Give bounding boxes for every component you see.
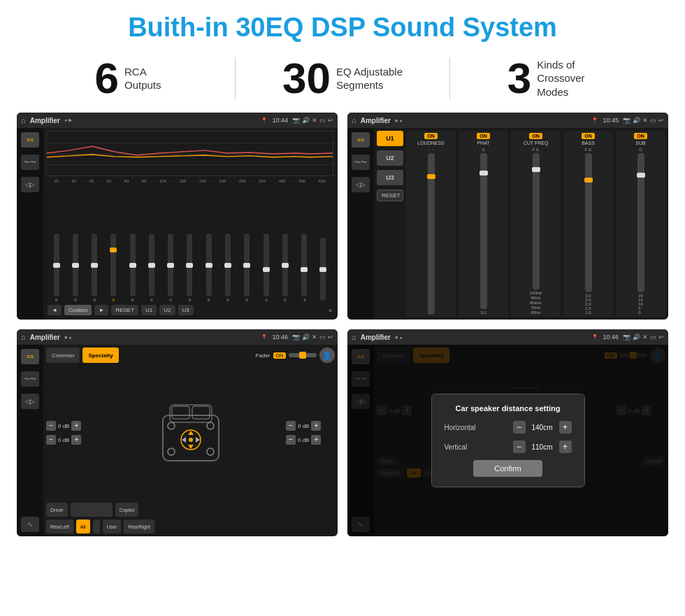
- eq-sidebar: ≡≡ 〜〜 ◁▷: [17, 128, 43, 320]
- svg-rect-3: [192, 406, 210, 419]
- eq-play-btn[interactable]: ►: [94, 305, 108, 315]
- vertical-row: Vertical − 110cm +: [445, 440, 572, 453]
- eq-u1-btn[interactable]: U1: [141, 305, 157, 315]
- eq-slider-3[interactable]: 5: [105, 234, 122, 302]
- speaker-sidebar-eq-icon[interactable]: ≡≡: [21, 349, 39, 364]
- right-vol-col: − 0 dB + − 0 dB +: [286, 421, 335, 445]
- ctrl-bass: ON BASS F G 3.02.52.01.51.0: [563, 131, 613, 317]
- u2-band-btn[interactable]: U2: [377, 150, 403, 166]
- eq-slider-13[interactable]: -1: [295, 234, 312, 302]
- eq-slider-10[interactable]: 0: [238, 234, 256, 302]
- vertical-input-group: − 110cm +: [513, 440, 572, 453]
- common-tab[interactable]: Common: [46, 348, 80, 363]
- rearleft-btn[interactable]: RearLeft: [46, 520, 73, 533]
- eq-custom-btn[interactable]: Custom: [64, 305, 92, 315]
- horizontal-plus-btn[interactable]: +: [559, 421, 572, 434]
- vol-minus-rr[interactable]: −: [286, 435, 296, 445]
- loudness-slider[interactable]: [428, 153, 435, 315]
- home-icon[interactable]: ⌂: [21, 116, 26, 124]
- rearright-btn[interactable]: RearRight: [124, 520, 154, 533]
- svg-point-6: [168, 422, 175, 429]
- eq-slider-0[interactable]: 0: [48, 234, 65, 302]
- speaker-dot-icon: ■ ●: [64, 335, 71, 340]
- eq-slider-9[interactable]: 0: [219, 234, 236, 302]
- vertical-plus-btn[interactable]: +: [559, 440, 572, 453]
- eq-slider-6[interactable]: 0: [162, 234, 180, 302]
- crossover-reset-btn[interactable]: RESET: [377, 189, 403, 201]
- eq-slider-4[interactable]: 0: [124, 234, 141, 302]
- eq-slider-12[interactable]: 0: [276, 234, 294, 302]
- svg-point-8: [168, 448, 175, 455]
- eq-slider-11[interactable]: -1: [257, 234, 275, 302]
- u1-band-btn[interactable]: U1: [377, 131, 403, 146]
- phat-slider[interactable]: [480, 153, 487, 309]
- eq-slider-2[interactable]: 0: [86, 234, 103, 302]
- u3-band-btn[interactable]: U3: [377, 170, 403, 185]
- bass-slider[interactable]: [585, 153, 592, 292]
- svg-marker-11: [188, 445, 194, 449]
- vol-plus-fl[interactable]: +: [71, 421, 81, 431]
- eq-prev-btn[interactable]: ◄: [48, 305, 62, 315]
- speaker-time: 10:46: [272, 334, 288, 341]
- eq-reset-btn[interactable]: RESET: [111, 305, 138, 315]
- home-icon-4[interactable]: ⌂: [352, 333, 356, 341]
- eq-slider-5[interactable]: 0: [143, 234, 160, 302]
- copilot-btn[interactable]: Copilot: [115, 503, 139, 517]
- crossover-sidebar-vol-icon[interactable]: ◁▷: [352, 177, 370, 192]
- eq-slider-1[interactable]: 0: [66, 234, 84, 302]
- eq-slider-7[interactable]: 0: [181, 234, 199, 302]
- person-icon[interactable]: 👤: [319, 348, 335, 363]
- specialty-tab[interactable]: Specialty: [82, 348, 118, 363]
- crossover-sidebar-eq-icon[interactable]: ≡≡: [352, 132, 370, 148]
- spacer-btn: [71, 503, 113, 517]
- horizontal-minus-btn[interactable]: −: [513, 421, 526, 434]
- vertical-minus-btn[interactable]: −: [513, 440, 526, 453]
- speaker-sidebar-vol-icon[interactable]: ◁▷: [21, 394, 39, 409]
- speaker-sidebar-wave-icon[interactable]: 〜〜: [21, 371, 39, 387]
- home-icon-3[interactable]: ⌂: [21, 333, 26, 341]
- horizontal-input-group: − 140cm +: [513, 421, 572, 434]
- sub-slider[interactable]: [637, 153, 644, 292]
- vol-control-rl: − 0 dB +: [46, 435, 95, 445]
- sub-label: SUB: [635, 141, 645, 145]
- eq-bottom-controls: ◄ Custom ► RESET U1 U2 U3 »: [46, 302, 333, 317]
- driver-btn[interactable]: Driver: [46, 503, 68, 517]
- eq-sidebar-eq-icon[interactable]: ≡≡: [21, 132, 39, 148]
- speaker-main: Common Specialty Fader ON 👤: [43, 345, 338, 536]
- vol-plus-rr[interactable]: +: [311, 435, 321, 445]
- left-vol-col: − 0 dB + − 0 dB +: [46, 421, 95, 445]
- vol-minus-fl[interactable]: −: [46, 421, 56, 431]
- loudness-label: LOUDNESS: [417, 141, 445, 145]
- vol-plus-rl[interactable]: +: [71, 435, 81, 445]
- dialog-overlay: Car speaker distance setting Horizontal …: [347, 345, 668, 536]
- speaker-layout: − 0 dB + − 0 dB +: [46, 366, 335, 500]
- eq-u3-btn[interactable]: U3: [178, 305, 194, 315]
- dialog-dot-icon: ■ ●: [395, 335, 402, 340]
- speaker-bottom-controls: Driver Copilot: [46, 503, 335, 517]
- vol-minus-rl[interactable]: −: [46, 435, 56, 445]
- home-icon-2[interactable]: ⌂: [352, 116, 356, 124]
- cutfreq-slider[interactable]: [533, 153, 540, 289]
- stat-text-rca: RCA Outputs: [124, 65, 161, 92]
- crossover-dot-icon: ■ ●: [395, 118, 402, 123]
- eq-curve-svg: [47, 131, 333, 176]
- vertical-label: Vertical: [445, 443, 468, 451]
- all-btn[interactable]: All: [76, 520, 90, 533]
- stat-eq: 30 EQ Adjustable Segments: [243, 57, 442, 100]
- user-btn[interactable]: User: [103, 520, 122, 533]
- eq-slider-14[interactable]: [315, 238, 332, 302]
- crossover-sidebar-wave-icon[interactable]: 〜〜: [352, 155, 370, 170]
- eq-slider-8[interactable]: 0: [200, 234, 217, 302]
- vol-minus-fr[interactable]: −: [286, 421, 296, 431]
- vol-plus-fr[interactable]: +: [311, 421, 321, 431]
- eq-u2-btn[interactable]: U2: [159, 305, 175, 315]
- speaker-sidebar-expand-icon[interactable]: ⤡: [21, 517, 39, 532]
- location-icon-2: 📍: [591, 117, 598, 124]
- eq-sidebar-vol-icon[interactable]: ◁▷: [21, 177, 39, 192]
- confirm-button[interactable]: Confirm: [473, 460, 542, 477]
- fader-track[interactable]: [289, 353, 317, 357]
- crossover-main: U1 U2 U3 RESET ON LOUDNESS ~~: [374, 128, 668, 320]
- dialog-topbar: ⌂ Amplifier ■ ● 📍 10:46 📷🔊✕▭↩: [347, 329, 668, 345]
- fader-thumb: [299, 352, 306, 359]
- eq-sidebar-wave-icon[interactable]: 〜〜: [21, 155, 39, 170]
